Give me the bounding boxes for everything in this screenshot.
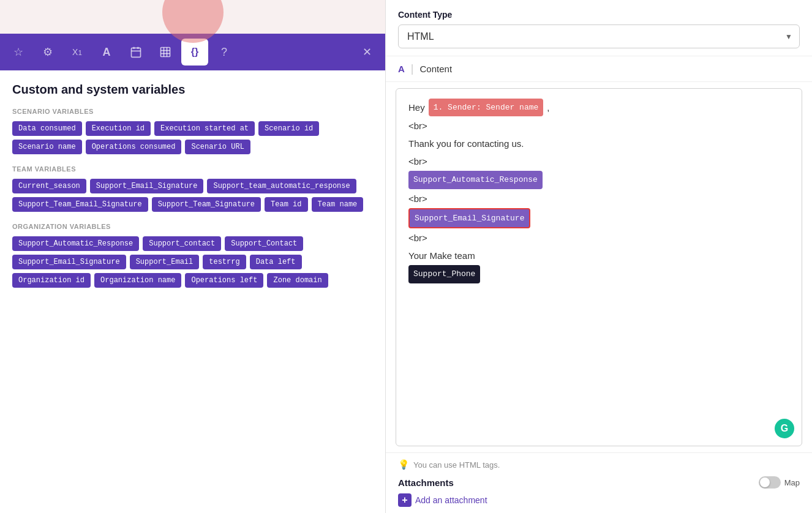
star-icon[interactable]: ☆ (5, 39, 32, 66)
tag-scenario-url[interactable]: Scenario URL (185, 140, 250, 154)
team-variables-label: TEAM VARIABLES (12, 165, 373, 173)
br-2: <br> (408, 153, 427, 170)
tag-testrrg[interactable]: testrrg (203, 255, 246, 269)
hey-text: Hey (408, 99, 425, 116)
editor-body[interactable]: Hey 1. Sender: Sender name , <br> Thank … (396, 88, 802, 446)
tag-support-email-signature[interactable]: Support_Email_Signature (90, 179, 204, 193)
tag-scenario-id[interactable]: Scenario id (258, 121, 319, 136)
superscript-icon[interactable]: X1 (64, 39, 91, 66)
team-variables-tags: Current_season Support_Email_Signature S… (12, 179, 373, 212)
sender-tag[interactable]: 1. Sender: Sender name (429, 99, 544, 116)
support-phone-tag[interactable]: Support_Phone (408, 265, 480, 283)
editor-line-3: Thank you for contacting us. (408, 135, 789, 152)
br-1: <br> (408, 118, 427, 134)
map-toggle[interactable]: Map (759, 476, 800, 489)
attachments-title: Attachments (398, 477, 454, 488)
tag-operations-consumed[interactable]: Operations consumed (86, 140, 182, 154)
editor-line-2: <br> (408, 118, 789, 134)
grammarly-button[interactable]: G (775, 419, 794, 438)
tag-org-id[interactable]: Organization id (12, 273, 91, 288)
tag-support-email[interactable]: Support_Email (130, 255, 200, 269)
add-icon: + (398, 493, 412, 507)
br-4: <br> (408, 230, 427, 246)
content-type-select[interactable]: HTML Text (398, 24, 800, 48)
lightbulb-icon: 💡 (398, 459, 410, 470)
editor-line-8: <br> (408, 230, 789, 246)
calendar-icon[interactable] (122, 39, 149, 66)
tag-team-id[interactable]: Team id (265, 197, 307, 212)
tag-data-consumed[interactable]: Data consumed (12, 121, 82, 136)
scenario-variables-tags: Data consumed Execution id Execution sta… (12, 121, 373, 154)
table-icon[interactable] (152, 39, 179, 66)
tag-zone-domain[interactable]: Zone domain (267, 273, 328, 288)
tag-support-contact-lower[interactable]: Support_contact (143, 236, 221, 251)
tag-org-support-email-sig[interactable]: Support_Email_Signature (12, 255, 126, 269)
tag-org-name[interactable]: Organization name (94, 273, 181, 288)
add-attachment-button[interactable]: + Add an attachment (398, 493, 800, 507)
editor-line-6: <br> (408, 190, 789, 207)
tag-support-contact[interactable]: Support_Contact (225, 236, 303, 251)
thank-you-text: Thank you for contacting us. (408, 135, 524, 152)
close-icon[interactable]: ✕ (353, 39, 380, 66)
text-icon[interactable]: A (93, 39, 120, 66)
tag-current-season[interactable]: Current_season (12, 179, 86, 193)
tag-support-team-auto[interactable]: Support_team_automatic_response (207, 179, 356, 193)
panel-title: Custom and system variables (12, 83, 373, 97)
map-label: Map (784, 478, 800, 487)
tag-support-team-email[interactable]: Support_Team_Email_Signature (12, 197, 148, 212)
editor-line-5: Support_Automatic_Response (408, 171, 789, 189)
editor-line-1: Hey 1. Sender: Sender name , (408, 99, 789, 116)
content-type-section: Content Type HTML Text ▼ (386, 0, 812, 56)
tab-a[interactable]: A (398, 64, 405, 74)
org-variables-tags: Support_Automatic_Response Support_conta… (12, 236, 373, 288)
tag-execution-started-at[interactable]: Execution started at (154, 121, 255, 136)
svg-rect-4 (161, 48, 170, 57)
tag-scenario-name[interactable]: Scenario name (12, 140, 82, 154)
tag-support-auto-response[interactable]: Support_Automatic_Response (12, 236, 139, 251)
tag-support-team-sig[interactable]: Support_Team_Signature (152, 197, 261, 212)
svg-rect-0 (132, 48, 141, 57)
question-icon[interactable]: ? (211, 39, 238, 66)
editor-header: A | Content (386, 56, 812, 82)
tag-data-left[interactable]: Data left (250, 255, 302, 269)
editor-line-7: Support_Email_Signature (408, 208, 789, 228)
hint-text: You can use HTML tags. (413, 460, 500, 470)
hint-line: 💡 You can use HTML tags. (398, 459, 800, 470)
br-3: <br> (408, 190, 427, 207)
content-type-label: Content Type (398, 10, 800, 20)
gear-icon[interactable]: ⚙ (34, 39, 61, 66)
scenario-variables-label: SCENARIO VARIABLES (12, 108, 373, 115)
arrow-overlay (396, 89, 396, 272)
org-variables-label: ORGANIZATION VARIABLES (12, 223, 373, 230)
tag-team-name[interactable]: Team name (312, 197, 364, 212)
map-toggle-switch[interactable] (759, 476, 781, 489)
tag-execution-id[interactable]: Execution id (86, 121, 151, 136)
auto-response-tag[interactable]: Support_Automatic_Response (408, 171, 543, 189)
add-attachment-label: Add an attachment (415, 495, 487, 505)
tag-ops-left[interactable]: Operations left (185, 273, 263, 288)
tab-content[interactable]: Content (420, 64, 453, 74)
bottom-section: 💡 You can use HTML tags. Attachments Map… (386, 452, 812, 513)
editor-line-4: <br> (408, 153, 789, 170)
editor-line-10: Support_Phone (408, 265, 789, 283)
editor-line-9: Your Make team (408, 247, 789, 264)
toggle-knob (760, 477, 770, 487)
content-type-select-wrapper: HTML Text ▼ (398, 24, 800, 48)
editor-divider: | (411, 62, 414, 75)
attachments-header: Attachments Map (398, 476, 800, 489)
comma-text: , (547, 99, 549, 116)
email-sig-tag-outlined[interactable]: Support_Email_Signature (408, 208, 530, 228)
your-make-team-text: Your Make team (408, 247, 475, 264)
